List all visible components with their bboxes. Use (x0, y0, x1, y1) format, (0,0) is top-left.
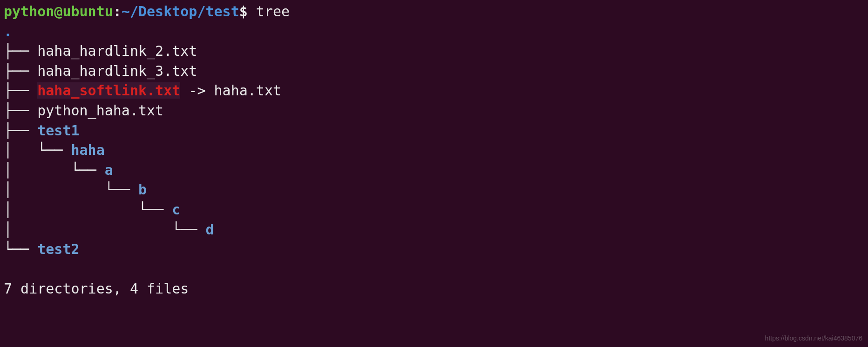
watermark: https://blog.csdn.net/kai46385076 (765, 334, 862, 343)
tree-branch: ├── (4, 102, 37, 119)
symlink-arrow: -> (180, 82, 214, 99)
tree-entry: │ └── a (4, 160, 864, 180)
symlink-target: haha.txt (214, 82, 282, 99)
tree-entry: │ └── d (4, 220, 864, 240)
prompt-colon: : (113, 3, 122, 20)
blank-line (4, 260, 864, 280)
command-text: tree (248, 3, 290, 20)
root-dot: . (4, 23, 12, 40)
prompt-line: python@ubuntu:~/Desktop/test$ tree (4, 2, 864, 22)
tree-entry: ├── haha_hardlink_3.txt (4, 61, 864, 81)
summary-line: 7 directories, 4 files (4, 279, 864, 299)
tree-branch: │ └── (4, 142, 71, 158)
tree-branch: │ └── (4, 221, 205, 238)
tree-symlink-name: haha_softlink.txt (37, 82, 180, 99)
tree-root: . (4, 22, 864, 42)
prompt-dollar: $ (239, 3, 248, 20)
tree-file-name: haha_hardlink_3.txt (37, 63, 197, 79)
tree-dir-name: test1 (37, 122, 79, 139)
tree-branch: ├── (4, 82, 37, 99)
tree-dir-name: test2 (37, 241, 79, 257)
tree-dir-name: haha (71, 142, 105, 158)
tree-dir-name: b (138, 181, 147, 198)
tree-branch: │ └── (4, 162, 105, 178)
tree-entry: └── test2 (4, 240, 864, 260)
tree-file-name: python_haha.txt (37, 102, 163, 119)
tree-branch: │ └── (4, 201, 172, 218)
tree-branch: ├── (4, 43, 37, 59)
tree-entry: ├── python_haha.txt (4, 101, 864, 121)
tree-output: ├── haha_hardlink_2.txt├── haha_hardlink… (4, 41, 864, 260)
prompt-user-host: python@ubuntu (4, 3, 113, 20)
tree-entry: │ └── c (4, 200, 864, 220)
tree-entry: ├── test1 (4, 121, 864, 141)
tree-entry: ├── haha_hardlink_2.txt (4, 41, 864, 61)
tree-dir-name: a (105, 162, 113, 178)
tree-entry: ├── haha_softlink.txt -> haha.txt (4, 81, 864, 101)
tree-dir-name: c (172, 201, 180, 218)
tree-file-name: haha_hardlink_2.txt (37, 43, 197, 59)
tree-branch: │ └── (4, 181, 138, 198)
tree-branch: └── (4, 241, 37, 257)
tree-dir-name: d (205, 221, 214, 238)
tree-entry: │ └── b (4, 180, 864, 200)
tree-branch: ├── (4, 122, 37, 139)
tree-branch: ├── (4, 63, 37, 79)
tree-entry: │ └── haha (4, 140, 864, 160)
prompt-path: ~/Desktop/test (122, 3, 239, 20)
